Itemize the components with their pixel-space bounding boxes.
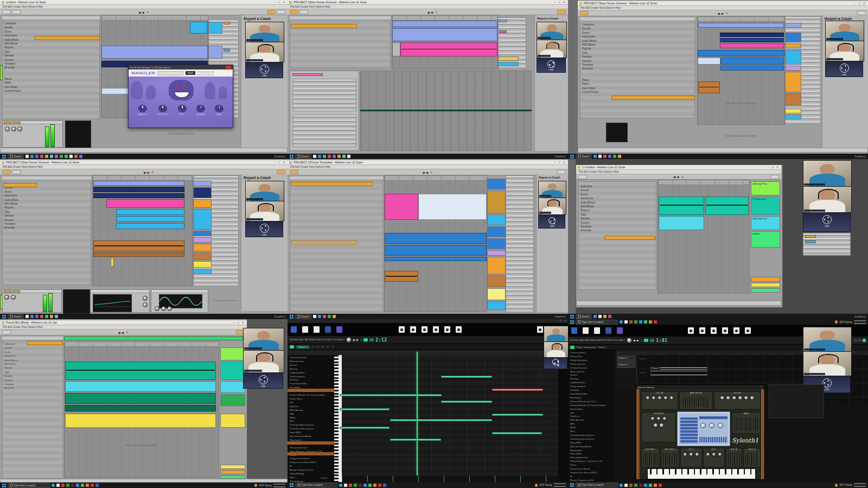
taskbar-icon[interactable]: [313, 315, 316, 318]
taskbar-icon[interactable]: [333, 155, 336, 158]
track-header-cyan[interactable]: [220, 381, 245, 393]
browser-highlight[interactable]: [288, 452, 334, 455]
sylenth-knob[interactable]: [662, 416, 667, 421]
taskbar-icon[interactable]: [50, 155, 53, 158]
sylenth-knob[interactable]: [712, 452, 717, 457]
start-button[interactable]: [2, 484, 6, 487]
device-eq-eight[interactable]: [90, 289, 150, 313]
device-knob[interactable]: [5, 126, 10, 131]
timeline-ruler[interactable]: [392, 16, 497, 21]
track-header-purple[interactable]: [193, 237, 212, 243]
taskbar[interactable]: Search Academy: [0, 154, 288, 159]
taskbar-icon[interactable]: [328, 155, 331, 158]
midi-note[interactable]: [390, 419, 492, 421]
tempo-box[interactable]: [290, 170, 298, 174]
clip-navy[interactable]: [93, 187, 184, 192]
clip-teal-big[interactable]: [65, 362, 216, 380]
clip-properties-panel[interactable]: [290, 71, 359, 151]
play-stop-buttons[interactable]: ▶ ■: [144, 170, 149, 174]
browser-places[interactable]: Places Packs User Library Current Projec…: [582, 78, 610, 100]
mixer-chip[interactable]: [224, 22, 230, 24]
start-button[interactable]: [290, 155, 293, 159]
track-header-cyan[interactable]: [785, 50, 801, 65]
transport-bar[interactable]: ▶ ■●: [576, 174, 781, 180]
device-spectrum[interactable]: [65, 121, 91, 149]
device-knob[interactable]: [143, 302, 148, 307]
desktop-icon-speaker[interactable]: [711, 327, 717, 334]
clip-property-boxes[interactable]: [292, 79, 356, 111]
track-header-yellow2[interactable]: [220, 465, 245, 469]
tempo-box[interactable]: [2, 330, 11, 334]
midi-note-ghost[interactable]: [492, 389, 543, 391]
track-header-cyan[interactable]: 3 Arrange Fina: [751, 216, 780, 230]
fl-transport[interactable]: ▶ ■: [634, 339, 639, 342]
time-sig-box[interactable]: [12, 170, 21, 174]
taskbar-icon[interactable]: [359, 484, 362, 487]
sylenth-knob[interactable]: [689, 452, 694, 457]
taskbar-search[interactable]: Search: [576, 314, 592, 319]
taskbar-icon[interactable]: [40, 315, 43, 318]
taskbar-icon[interactable]: [65, 155, 68, 158]
taskbar-icon[interactable]: [644, 484, 647, 487]
fl-volume-knob[interactable]: [627, 338, 632, 343]
sylenth-knob[interactable]: [744, 396, 749, 401]
clip-pink[interactable]: [720, 43, 784, 48]
taskbar-icon[interactable]: [644, 320, 647, 324]
loop-brace-green[interactable]: [64, 337, 243, 340]
clip-property-boxes[interactable]: [292, 115, 356, 147]
cortana-icon[interactable]: [339, 484, 342, 487]
taskbar-icon[interactable]: [328, 315, 331, 318]
clip-teal[interactable]: [659, 197, 704, 215]
taskbar-icon[interactable]: [363, 484, 367, 487]
clip-periwinkle-strip[interactable]: [698, 23, 784, 28]
track-header-mustard[interactable]: [487, 191, 506, 213]
desktop-icon-speaker[interactable]: [745, 327, 751, 334]
track-mixer-column[interactable]: [506, 175, 534, 312]
knob-expand[interactable]: EXPAND: [196, 105, 205, 116]
device-lfo-scope[interactable]: [151, 289, 208, 313]
timeline-ruler[interactable]: [65, 342, 219, 347]
midi-note[interactable]: [441, 401, 492, 403]
sylenth-knob[interactable]: [750, 396, 755, 401]
fl-tool-icon[interactable]: [311, 345, 315, 348]
record-button[interactable]: ●: [681, 175, 684, 179]
taskbar-icon[interactable]: [639, 320, 642, 324]
pattern-song-toggle[interactable]: [644, 339, 648, 342]
clip-green-deep[interactable]: [65, 393, 216, 404]
track-header-lime[interactable]: [220, 347, 245, 360]
record-button[interactable]: ●: [146, 10, 149, 14]
transport-bar[interactable]: ▶ ■●: [288, 9, 568, 15]
menu-bar[interactable]: File Edit Create View Options Help: [288, 5, 568, 9]
browser-selected-item[interactable]: [291, 24, 357, 28]
tempo-box[interactable]: [2, 170, 11, 174]
fl-volume-knob[interactable]: [346, 337, 352, 343]
taskbar[interactable]: Search Academy: [288, 314, 568, 319]
start-button[interactable]: [570, 315, 574, 319]
track-header-cyan[interactable]: [208, 22, 222, 34]
taskbar-icon[interactable]: [349, 484, 352, 487]
menu-bar[interactable]: File Edit Create View Options Help: [0, 5, 288, 9]
window-controls[interactable]: – □ ✕: [233, 321, 245, 324]
clip-cyan[interactable]: [659, 216, 704, 230]
midi-note[interactable]: [492, 414, 543, 416]
track-header-amber[interactable]: [220, 470, 245, 474]
midi-note[interactable]: [492, 432, 542, 434]
clip-pink[interactable]: [106, 199, 184, 208]
taskbar-icon[interactable]: [368, 484, 372, 487]
desktop-icon-app[interactable]: [617, 327, 623, 334]
loop-button[interactable]: [557, 10, 566, 14]
loop-button[interactable]: [267, 10, 276, 14]
browser-categories[interactable]: Collections Sounds Drums Instruments Aud…: [580, 185, 604, 233]
taskbar-search[interactable]: Search: [8, 314, 24, 319]
plugin-close-button[interactable]: [226, 66, 231, 69]
clip-selection[interactable]: [698, 58, 720, 65]
taskbar-icon[interactable]: [86, 484, 89, 487]
desktop-icon-doc[interactable]: [583, 327, 589, 334]
clip-pink[interactable]: [400, 42, 497, 56]
device-knob[interactable]: [143, 296, 148, 301]
clip-blue[interactable]: [385, 233, 487, 244]
record-button[interactable]: ●: [151, 170, 154, 174]
taskbar-icon[interactable]: [629, 484, 633, 487]
menu-bar[interactable]: File Edit Create View Options Help: [576, 170, 781, 174]
mixer-chip[interactable]: [805, 240, 816, 243]
